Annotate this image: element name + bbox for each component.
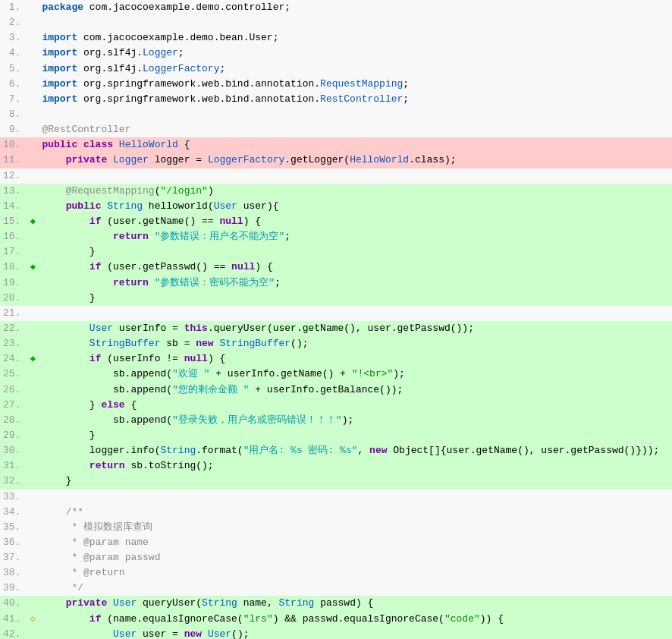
coverage-gutter: [27, 153, 39, 168]
coverage-gutter: [27, 428, 39, 443]
coverage-gutter: [27, 15, 39, 30]
coverage-gutter: [27, 489, 39, 505]
line-number: 9.: [0, 122, 27, 137]
coverage-gutter: [27, 443, 39, 458]
line-number: 25.: [0, 367, 27, 382]
code-line: import org.springframework.web.bind.anno…: [39, 77, 672, 92]
coverage-gutter: [27, 229, 39, 244]
coverage-gutter: [27, 30, 39, 46]
code-line: * 模拟数据库查询: [39, 520, 672, 535]
code-line: [39, 107, 672, 122]
line-number: 23.: [0, 336, 27, 351]
code-line: /**: [39, 505, 672, 520]
line-number: 38.: [0, 565, 27, 581]
code-line: if (user.getPasswd() == null) {: [39, 260, 672, 275]
line-number: 15.: [0, 214, 27, 229]
coverage-gutter: [27, 321, 39, 336]
line-number: 32.: [0, 474, 27, 489]
coverage-gutter: [27, 184, 39, 199]
line-number: 2.: [0, 15, 27, 30]
coverage-gutter: [27, 77, 39, 92]
line-number: 13.: [0, 184, 27, 199]
line-number: 37.: [0, 550, 27, 565]
line-number: 28.: [0, 413, 27, 428]
line-number: 7.: [0, 92, 27, 107]
coverage-gutter: [27, 550, 39, 565]
code-line: * @param name: [39, 535, 672, 550]
line-number: 20.: [0, 291, 27, 306]
line-number: 18.: [0, 260, 27, 275]
code-line: StringBuffer sb = new StringBuffer();: [39, 336, 672, 351]
code-line: [39, 306, 672, 321]
line-number: 33.: [0, 489, 27, 505]
code-line: import org.springframework.web.bind.anno…: [39, 92, 672, 107]
line-number: 30.: [0, 443, 27, 458]
code-line: * @param passwd: [39, 550, 672, 565]
line-number: 3.: [0, 30, 27, 46]
code-line: User user = new User();: [39, 627, 672, 639]
coverage-gutter: [27, 413, 39, 428]
line-number: 17.: [0, 244, 27, 260]
line-number: 10.: [0, 137, 27, 153]
line-number: 36.: [0, 535, 27, 550]
code-line: private Logger logger = LoggerFactory.ge…: [39, 153, 672, 168]
line-number: 19.: [0, 275, 27, 291]
code-line: package com.jacocoexample.demo.controlle…: [39, 0, 672, 15]
coverage-gutter: [27, 398, 39, 413]
line-number: 12.: [0, 168, 27, 184]
code-line: [39, 489, 672, 505]
code-line: }: [39, 291, 672, 306]
line-number: 8.: [0, 107, 27, 122]
line-number: 41.: [0, 612, 27, 627]
coverage-gutter: [27, 505, 39, 520]
line-number: 21.: [0, 306, 27, 321]
line-number: 26.: [0, 382, 27, 398]
coverage-gutter: [27, 382, 39, 398]
line-number: 24.: [0, 351, 27, 367]
coverage-gutter: [27, 336, 39, 351]
code-line: private User queryUser(String name, Stri…: [39, 596, 672, 611]
code-line: import com.jacocoexample.demo.bean.User;: [39, 30, 672, 46]
code-line: if (user.getName() == null) {: [39, 214, 672, 229]
coverage-gutter: [27, 291, 39, 306]
coverage-gutter: [27, 0, 39, 15]
line-number: 40.: [0, 596, 27, 611]
line-number: 35.: [0, 520, 27, 535]
coverage-gutter: [27, 275, 39, 291]
code-line: logger.info(String.format("用户名: %s 密码: %…: [39, 443, 672, 458]
code-line: return sb.toString();: [39, 458, 672, 474]
coverage-gutter: ◆: [27, 260, 39, 275]
code-line: sb.append("您的剩余金额 " + userInfo.getBalanc…: [39, 382, 672, 398]
code-line: import org.slf4j.LoggerFactory;: [39, 61, 672, 77]
coverage-diamond-green: ◆: [30, 262, 36, 272]
code-line: sb.append("登录失败，用户名或密码错误！！！");: [39, 413, 672, 428]
coverage-gutter: [27, 520, 39, 535]
coverage-gutter: [27, 46, 39, 61]
coverage-gutter: [27, 168, 39, 184]
coverage-gutter: [27, 565, 39, 581]
coverage-gutter: [27, 107, 39, 122]
coverage-gutter: [27, 92, 39, 107]
coverage-gutter: [27, 458, 39, 474]
code-line: */: [39, 581, 672, 596]
coverage-gutter: [27, 596, 39, 611]
coverage-gutter: ◆: [27, 214, 39, 229]
code-line: public String helloworld(User user){: [39, 199, 672, 214]
line-number: 22.: [0, 321, 27, 336]
code-line: sb.append("欢迎 " + userInfo.getName() + "…: [39, 367, 672, 382]
coverage-gutter: [27, 137, 39, 153]
coverage-gutter: [27, 122, 39, 137]
line-number: 16.: [0, 229, 27, 244]
line-number: 14.: [0, 199, 27, 214]
coverage-gutter: [27, 244, 39, 260]
coverage-gutter: [27, 199, 39, 214]
code-line: [39, 168, 672, 184]
code-line: }: [39, 428, 672, 443]
line-number: 29.: [0, 428, 27, 443]
line-number: 5.: [0, 61, 27, 77]
coverage-diamond-green: ◆: [30, 354, 36, 364]
code-line: import org.slf4j.Logger;: [39, 46, 672, 61]
coverage-gutter: [27, 581, 39, 596]
line-number: 42.: [0, 627, 27, 639]
code-line: * @return: [39, 565, 672, 581]
